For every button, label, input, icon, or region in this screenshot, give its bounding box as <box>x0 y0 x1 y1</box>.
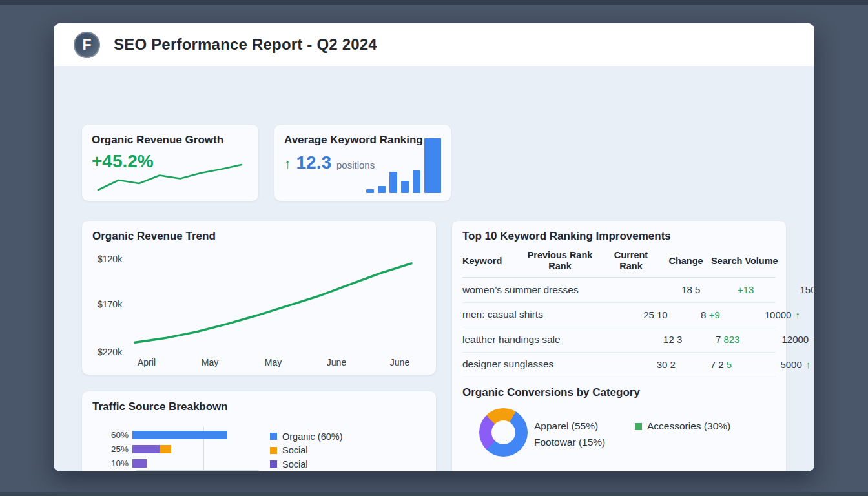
change-prefix: 8 <box>701 309 709 320</box>
change-prefix: 7 2 <box>710 359 727 370</box>
current-rank-cell: 18 5 <box>661 284 721 295</box>
header-line: Previous Rank <box>528 250 593 260</box>
legend-label: Accessories (30%) <box>647 420 730 432</box>
table-title: Top 10 Keyword Ranking Improvements <box>462 230 776 243</box>
revenue-trend-line <box>132 254 414 350</box>
traffic-row-label: 10% <box>92 459 132 468</box>
legend-label: Organic (60%) <box>282 431 342 442</box>
current-rank-cell: 12 3 <box>643 334 703 345</box>
search-volume-cell: 5000↑ <box>746 359 811 370</box>
change-value: +9 <box>709 309 720 320</box>
kpi-value: 12.3 <box>296 152 332 173</box>
legend-label: Footowar (15%) <box>534 434 605 450</box>
table-row: men: casual shirts 25 10 8 +9 10000↑ <box>462 303 776 328</box>
header-search-volume: Search Volume <box>711 256 776 267</box>
table-row: designer sunglasses 30 2 7 2 5 5000↑ <box>462 353 776 378</box>
conversions-legend-column: Apparel (55%) Footowar (15%) <box>534 418 605 450</box>
change-cell: +13 <box>721 284 771 295</box>
card-keyword-table: Top 10 Keyword Ranking Improvements Keyw… <box>452 221 786 471</box>
search-volume-cell: 10000↑ <box>736 309 800 320</box>
current-rank-cell: 25 10 <box>626 309 685 320</box>
x-axis-tick: June <box>322 357 351 367</box>
traffic-bar-row: 60% <box>92 428 273 442</box>
traffic-row-label: 25% <box>92 444 132 454</box>
up-arrow-icon: ↑ <box>812 334 814 345</box>
change-value: 5 <box>727 359 732 370</box>
header-line: Current <box>614 250 648 260</box>
x-axis-tick: May <box>196 357 224 367</box>
legend-swatch <box>270 447 277 454</box>
traffic-bar-row: 25% <box>92 442 273 456</box>
volume-value: 15000 <box>800 284 814 295</box>
up-arrow-icon: ↑ <box>284 156 291 172</box>
kpi-title: Organic Revenue Growth <box>92 134 249 147</box>
y-axis-tick: $170k <box>98 299 122 309</box>
header-previous-rank: Previous RankRank <box>519 250 601 272</box>
trend-plot-area <box>132 254 414 350</box>
header-line: Rank <box>548 261 571 271</box>
search-volume-cell: 15000↑ <box>771 284 814 295</box>
traffic-plot-area: 60% 25% 10% 5% April Direct <box>92 428 273 471</box>
volume-value: 5000 <box>780 359 801 370</box>
up-arrow-icon: ↑ <box>795 309 800 320</box>
conversions-title: Organic Conversions by Category <box>462 386 640 399</box>
up-arrow-icon: ↑ <box>806 359 811 370</box>
conversions-donut-chart <box>479 408 528 457</box>
volume-value: 12000 <box>781 334 809 345</box>
revenue-growth-sparkline <box>92 156 247 196</box>
legend-swatch <box>270 433 277 440</box>
y-axis-tick: $220k <box>98 347 122 357</box>
keyword-ranking-bars <box>366 134 441 193</box>
change-cell: 7 823 <box>703 334 753 345</box>
volume-value: 10000 <box>765 309 792 320</box>
page-title: SEO Performance Report - Q2 2024 <box>114 36 377 54</box>
report-window: F SEO Performance Report - Q2 2024 Organ… <box>54 23 814 471</box>
kpi-card-keyword-ranking: Average Keyword Ranking ↑ 12.3 positions <box>274 125 451 201</box>
app-header: F SEO Performance Report - Q2 2024 <box>54 23 814 66</box>
table-header: Keyword Previous RankRank CurrentRank Ch… <box>462 250 776 278</box>
traffic-bar-row: 10% <box>92 456 273 470</box>
keyword-cell: women’s summer dresses <box>462 284 579 296</box>
keyword-cell: leatther handings sale <box>462 334 561 346</box>
header-current-rank: CurrentRank <box>601 250 661 272</box>
y-axis-tick: $120k <box>98 254 122 264</box>
header-line: Rank <box>619 261 642 271</box>
chart-title: Organic Revenue Trend <box>92 230 426 243</box>
conversions-legend-item: Accessories (30%) <box>635 420 730 432</box>
legend-label: Social <box>282 445 308 455</box>
table-row: leatther handings sale 12 3 7 823 12000↑ <box>462 327 776 353</box>
legend-label: Apparel (55%) <box>534 418 605 434</box>
card-traffic-sources: Traffic Source Breakbown 60% 25% 10% 5% <box>82 391 436 471</box>
traffic-bar-track <box>132 445 171 453</box>
header-change: Change <box>661 256 711 267</box>
report-body: Organic Revenue Growth +45.2% Average Ke… <box>54 66 814 471</box>
app-logo-icon: F <box>74 32 100 58</box>
x-axis-tick: June <box>386 357 414 367</box>
legend-item: Social <box>270 457 342 471</box>
change-value: +13 <box>738 284 754 295</box>
search-volume-cell: 12000↑ <box>753 334 814 345</box>
chart-title: Traffic Source Breakbown <box>92 400 426 413</box>
legend-item: Social <box>270 444 342 458</box>
traffic-legend: Organic (60%) Social Social <box>270 429 342 471</box>
keyword-cell: designer sunglasses <box>462 358 553 370</box>
current-rank-cell: 30 2 <box>636 359 696 370</box>
kpi-card-revenue-growth: Organic Revenue Growth +45.2% <box>82 125 258 201</box>
keyword-cell: men: casual shirts <box>462 309 543 320</box>
traffic-bar-track <box>132 431 227 439</box>
legend-swatch <box>635 423 642 430</box>
header-keyword: Keyword <box>462 256 519 267</box>
x-axis-tick: May <box>259 357 287 367</box>
traffic-row-label: 60% <box>92 430 132 440</box>
legend-item: Organic (60%) <box>270 429 342 444</box>
logo-letter: F <box>82 36 91 54</box>
change-cell: 8 +9 <box>685 309 736 320</box>
x-axis: April May May June June <box>132 357 414 367</box>
card-revenue-trend: Organic Revenue Trend $120k $170k $220k … <box>82 221 436 375</box>
change-cell: 7 2 5 <box>696 359 746 370</box>
change-prefix: 7 <box>716 334 724 345</box>
traffic-bar-track <box>132 459 147 468</box>
change-value: 823 <box>723 334 739 345</box>
legend-label: Social <box>282 459 308 470</box>
legend-swatch <box>270 460 277 468</box>
